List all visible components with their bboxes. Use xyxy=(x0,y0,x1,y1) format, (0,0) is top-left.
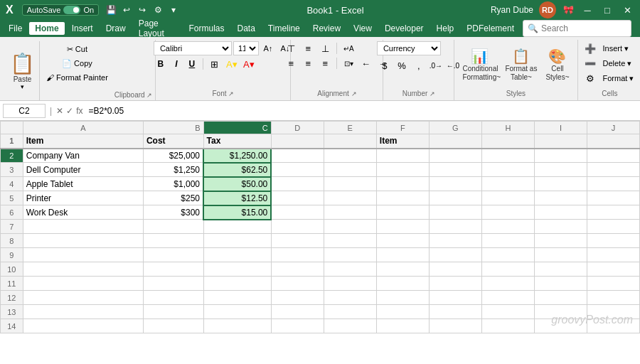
cell-G3[interactable] xyxy=(429,163,481,177)
col-header-I[interactable]: I xyxy=(534,122,587,134)
font-size-select[interactable]: 11 xyxy=(233,41,259,55)
format-painter-button[interactable]: 🖌 Format Painter xyxy=(43,71,112,84)
col-header-H[interactable]: H xyxy=(481,122,534,134)
cell-E4[interactable] xyxy=(324,177,376,191)
bottom-align-button[interactable]: ⊥ xyxy=(317,41,333,55)
row-header-5[interactable]: 5 xyxy=(1,191,23,205)
comma-button[interactable]: , xyxy=(411,58,427,73)
cell-I4[interactable] xyxy=(534,177,587,191)
cell-F6[interactable] xyxy=(376,205,429,220)
col-header-J[interactable]: J xyxy=(587,122,639,134)
ribbon-toggle-icon[interactable]: 🎀 xyxy=(562,4,575,16)
delete-button[interactable]: Delete ▾ xyxy=(599,57,636,70)
cell-A1[interactable]: Item xyxy=(23,134,143,149)
cell-E1[interactable] xyxy=(324,134,376,149)
col-header-E[interactable]: E xyxy=(324,122,376,134)
cell-C6[interactable]: $15.00 xyxy=(203,205,271,220)
insert-button[interactable]: Insert ▾ xyxy=(599,42,633,55)
font-name-select[interactable]: Calibri xyxy=(154,41,232,55)
cell-F4[interactable] xyxy=(376,177,429,191)
italic-button[interactable]: I xyxy=(169,57,183,71)
cell-reference-input[interactable] xyxy=(3,104,46,118)
cell-A4[interactable]: Apple Tablet xyxy=(23,177,143,191)
borders-button[interactable]: ⊞ xyxy=(207,57,223,71)
menu-page-layout[interactable]: Page Layout xyxy=(133,17,182,40)
fill-color-button[interactable]: A▾ xyxy=(224,57,240,71)
font-color-button[interactable]: A▾ xyxy=(241,57,257,71)
col-header-A[interactable]: A xyxy=(23,122,143,134)
cell-I2[interactable] xyxy=(534,149,587,163)
autosave-toggle[interactable] xyxy=(63,6,80,14)
decimal-increase-button[interactable]: .0→ xyxy=(428,58,444,73)
cell-B5[interactable]: $250 xyxy=(143,191,203,205)
cell-C5[interactable]: $12.50 xyxy=(203,191,271,205)
cell-E3[interactable] xyxy=(324,163,376,177)
center-align-button[interactable]: ≡ xyxy=(300,56,316,70)
col-header-B[interactable]: B xyxy=(143,122,203,134)
cell-F5[interactable] xyxy=(376,191,429,205)
cell-G6[interactable] xyxy=(429,205,481,220)
menu-draw[interactable]: Draw xyxy=(100,22,132,35)
cell-D5[interactable] xyxy=(271,191,324,205)
row-header-1[interactable]: 1 xyxy=(1,134,23,149)
cell-H5[interactable] xyxy=(481,191,534,205)
bold-button[interactable]: B xyxy=(154,57,168,71)
cell-D1[interactable] xyxy=(271,134,324,149)
cell-I3[interactable] xyxy=(534,163,587,177)
autosave-button[interactable]: AutoSave On xyxy=(22,4,99,16)
menu-insert[interactable]: Insert xyxy=(66,22,99,35)
cell-D6[interactable] xyxy=(271,205,324,220)
cell-styles-button[interactable]: 🎨 CellStyles~ xyxy=(542,46,572,84)
cell-C3[interactable]: $62.50 xyxy=(203,163,271,177)
col-header-G[interactable]: G xyxy=(429,122,481,134)
cell-H2[interactable] xyxy=(481,149,534,163)
underline-button[interactable]: U xyxy=(185,57,199,71)
cell-I5[interactable] xyxy=(534,191,587,205)
cell-F2[interactable] xyxy=(376,149,429,163)
redo-icon[interactable]: ↪ xyxy=(136,4,149,16)
cell-D3[interactable] xyxy=(271,163,324,177)
indent-decrease-button[interactable]: ← xyxy=(358,56,373,70)
copy-button[interactable]: 📄 Copy xyxy=(43,57,112,70)
menu-view[interactable]: View xyxy=(348,22,378,35)
cell-G5[interactable] xyxy=(429,191,481,205)
search-bar[interactable]: 🔍 xyxy=(523,20,631,37)
cell-C4[interactable]: $50.00 xyxy=(203,177,271,191)
cell-F1[interactable]: Item xyxy=(376,134,429,149)
menu-help[interactable]: Help xyxy=(431,22,460,35)
menu-formulas[interactable]: Formulas xyxy=(183,22,230,35)
cell-B4[interactable]: $1,000 xyxy=(143,177,203,191)
save-icon[interactable]: 💾 xyxy=(105,4,117,16)
cell-F3[interactable] xyxy=(376,163,429,177)
cell-A5[interactable]: Printer xyxy=(23,191,143,205)
cell-D4[interactable] xyxy=(271,177,324,191)
right-align-button[interactable]: ≡ xyxy=(317,56,333,70)
spreadsheet-container[interactable]: A B C D E F G H I J 1 Item Cost Tax Ite xyxy=(0,121,640,333)
cell-G2[interactable] xyxy=(429,149,481,163)
cell-B3[interactable]: $1,250 xyxy=(143,163,203,177)
confirm-formula-icon[interactable]: ✓ xyxy=(66,106,73,116)
menu-developer[interactable]: Developer xyxy=(379,22,430,35)
cut-button[interactable]: ✂ Cut xyxy=(43,43,112,56)
menu-home[interactable]: Home xyxy=(29,22,64,35)
cell-B1[interactable]: Cost xyxy=(143,134,203,149)
row-header-2[interactable]: 2 xyxy=(1,149,23,163)
col-header-D[interactable]: D xyxy=(271,122,324,134)
cell-B6[interactable]: $300 xyxy=(143,205,203,220)
dropdown-arrow-icon[interactable]: ▾ xyxy=(167,4,180,16)
left-align-button[interactable]: ≡ xyxy=(283,56,299,70)
cell-I6[interactable] xyxy=(534,205,587,220)
number-format-select[interactable]: Currency General Number Percentage xyxy=(377,41,441,55)
cell-B2[interactable]: $25,000 xyxy=(143,149,203,163)
row-header-6[interactable]: 6 xyxy=(1,205,23,220)
cell-I1[interactable] xyxy=(534,134,587,149)
format-as-table-button[interactable]: 📋 Format asTable~ xyxy=(501,46,540,84)
user-avatar[interactable]: RD xyxy=(539,1,556,18)
col-header-F[interactable]: F xyxy=(376,122,429,134)
cancel-formula-icon[interactable]: ✕ xyxy=(56,106,63,116)
cell-A3[interactable]: Dell Computer xyxy=(23,163,143,177)
top-align-button[interactable]: ⊤ xyxy=(283,41,299,55)
cell-A6[interactable]: Work Desk xyxy=(23,205,143,220)
cell-J5[interactable] xyxy=(587,191,639,205)
paste-button[interactable]: 📋 Paste ▾ xyxy=(6,41,40,100)
